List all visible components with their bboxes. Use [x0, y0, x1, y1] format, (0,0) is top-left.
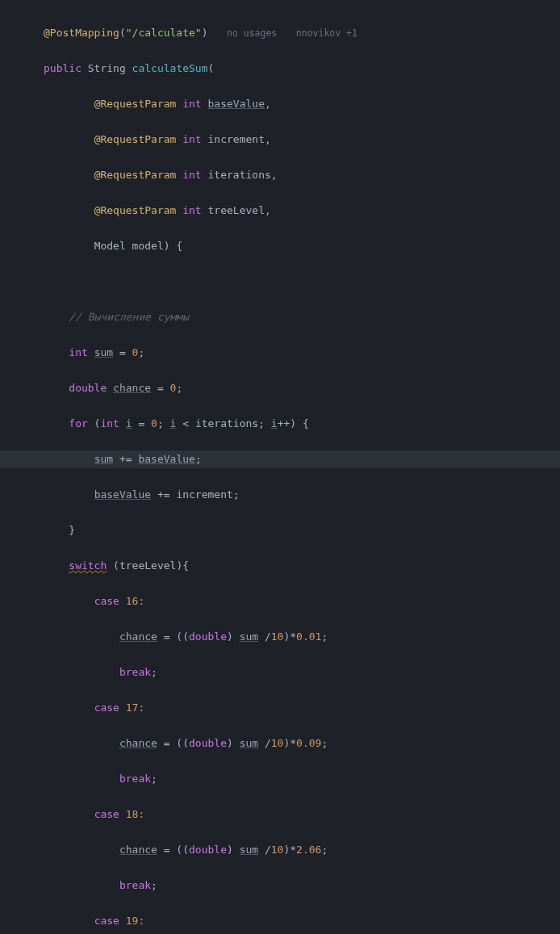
var-sum: sum: [94, 346, 113, 358]
var-sum: sum: [240, 844, 258, 856]
string-literal: "/calculate": [126, 27, 202, 39]
keyword-switch: switch: [69, 559, 107, 572]
comment: // Вычисление суммы: [69, 311, 189, 323]
var-i: i: [271, 417, 278, 429]
keyword-public: public: [44, 62, 81, 74]
var-iterations: iterations: [195, 417, 258, 429]
var-i: i: [170, 417, 177, 429]
number-literal: 10: [271, 844, 284, 856]
type-int: int: [182, 204, 201, 216]
type-double: double: [189, 630, 227, 643]
number-literal: 10: [271, 737, 284, 749]
number-literal: 0.09: [296, 737, 321, 749]
type-int: int: [69, 346, 87, 358]
author-hint[interactable]: nnovikov +1: [296, 27, 357, 39]
param-base-value: baseValue: [208, 98, 265, 110]
type-double: double: [189, 737, 227, 749]
param-model: model: [132, 240, 164, 252]
annotation: @RequestParam: [94, 169, 177, 181]
var-increment: increment: [176, 488, 232, 501]
number-literal: 2.06: [296, 844, 321, 856]
var-sum: sum: [94, 453, 113, 465]
keyword-break: break: [119, 879, 151, 891]
var-base-value: baseValue: [138, 453, 194, 465]
number-literal: 0.01: [296, 630, 321, 643]
number-literal: 0: [132, 346, 139, 358]
var-i: i: [126, 417, 132, 429]
var-chance: chance: [113, 382, 151, 394]
number-literal: 17: [126, 702, 139, 714]
keyword-break: break: [119, 773, 151, 785]
keyword-case: case: [94, 915, 119, 927]
keyword-case: case: [94, 808, 119, 820]
highlighted-line: sum += baseValue;: [0, 450, 560, 468]
type-string: String: [88, 62, 126, 74]
annotation: @RequestParam: [94, 204, 177, 216]
param-tree-level: treeLevel: [208, 204, 265, 216]
type-double: double: [69, 382, 107, 394]
type-double: double: [189, 844, 227, 856]
keyword-for: for: [69, 417, 87, 429]
keyword-case: case: [94, 702, 119, 714]
number-literal: 10: [271, 630, 284, 643]
type-int: int: [182, 98, 201, 110]
usages-hint[interactable]: no usages: [227, 27, 277, 39]
number-literal: 0: [170, 382, 177, 394]
type-model: Model: [94, 240, 126, 252]
var-chance: chance: [119, 737, 157, 749]
type-int: int: [182, 169, 201, 181]
annotation: @PostMapping: [44, 27, 119, 39]
var-tree-level: treeLevel: [119, 559, 176, 572]
annotation: @RequestParam: [94, 133, 177, 145]
number-literal: 0: [151, 417, 157, 429]
var-chance: chance: [119, 630, 157, 643]
param-increment: increment: [208, 133, 265, 145]
number-literal: 16: [126, 595, 139, 607]
var-sum: sum: [240, 630, 258, 643]
var-base-value: baseValue: [94, 488, 151, 501]
method-name: calculateSum: [132, 62, 208, 74]
keyword-break: break: [119, 666, 151, 678]
param-iterations: iterations: [208, 169, 271, 181]
type-int: int: [182, 133, 201, 145]
annotation: @RequestParam: [94, 98, 177, 110]
keyword-case: case: [94, 595, 119, 607]
code-editor[interactable]: @PostMapping("/calculate") no usages nno…: [0, 6, 560, 934]
var-chance: chance: [119, 844, 157, 856]
type-int: int: [100, 417, 119, 429]
number-literal: 18: [126, 808, 139, 820]
number-literal: 19: [126, 915, 139, 927]
var-sum: sum: [240, 737, 258, 749]
